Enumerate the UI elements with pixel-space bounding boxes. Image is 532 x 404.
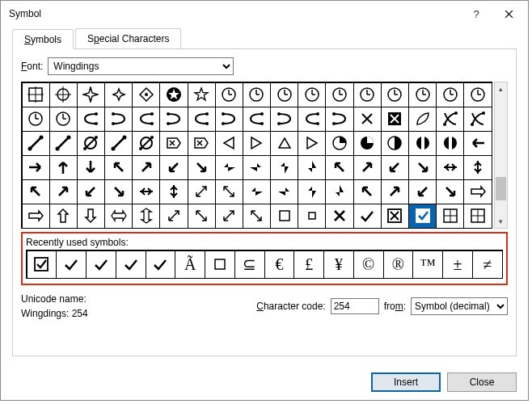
symbol-cell[interactable]	[159, 204, 188, 229]
symbol-cell[interactable]	[298, 82, 326, 107]
symbol-cell[interactable]	[381, 131, 409, 156]
char-code-input[interactable]	[331, 298, 379, 314]
symbol-cell[interactable]	[215, 204, 243, 229]
symbol-cell[interactable]	[104, 131, 133, 156]
recent-symbol-cell[interactable]: £	[293, 250, 324, 279]
symbol-cell[interactable]	[381, 204, 409, 229]
symbol-cell[interactable]	[188, 82, 216, 107]
symbol-cell[interactable]	[436, 204, 464, 229]
symbol-cell[interactable]	[243, 155, 271, 180]
recent-symbol-cell[interactable]: ⊆	[234, 250, 265, 279]
recent-symbol-cell[interactable]: ®	[383, 250, 414, 279]
symbol-cell[interactable]	[22, 107, 50, 132]
symbol-cell[interactable]	[188, 131, 216, 156]
symbol-cell[interactable]	[159, 131, 188, 156]
symbol-cell[interactable]	[215, 131, 243, 156]
symbol-cell[interactable]	[159, 107, 188, 132]
symbol-cell[interactable]	[463, 82, 492, 107]
symbol-cell[interactable]	[270, 107, 298, 132]
symbol-cell[interactable]	[215, 155, 243, 180]
symbol-cell[interactable]	[408, 82, 437, 107]
symbol-cell[interactable]	[188, 204, 216, 229]
symbol-cell[interactable]	[215, 179, 243, 204]
symbol-cell[interactable]	[270, 204, 298, 229]
recent-symbol-cell[interactable]: ≠	[472, 250, 503, 279]
symbol-cell[interactable]	[325, 107, 353, 132]
symbol-cell[interactable]	[436, 107, 464, 132]
symbol-cell[interactable]	[436, 155, 464, 180]
symbol-cell[interactable]	[159, 82, 188, 107]
symbol-cell[interactable]	[104, 82, 133, 107]
recent-symbol-cell[interactable]	[56, 250, 87, 279]
symbol-cell[interactable]	[381, 155, 409, 180]
recent-symbol-cell[interactable]: €	[264, 250, 295, 279]
recent-symbol-cell[interactable]	[86, 250, 116, 279]
symbol-cell[interactable]	[77, 179, 105, 204]
symbol-cell[interactable]	[353, 107, 382, 132]
symbol-cell[interactable]	[215, 82, 243, 107]
symbol-cell[interactable]	[22, 82, 50, 107]
symbol-cell[interactable]	[408, 204, 437, 229]
symbol-cell[interactable]	[49, 204, 78, 229]
symbol-cell[interactable]	[381, 179, 409, 204]
symbol-cell[interactable]	[132, 131, 160, 156]
symbol-cell[interactable]	[132, 155, 160, 180]
symbol-cell[interactable]	[77, 131, 105, 156]
recent-symbol-cell[interactable]	[205, 250, 235, 279]
symbol-cell[interactable]	[381, 107, 409, 132]
scroll-down-icon[interactable]: ▾	[495, 215, 507, 228]
symbol-cell[interactable]	[325, 131, 353, 156]
symbol-cell[interactable]	[298, 155, 326, 180]
symbol-cell[interactable]	[159, 155, 188, 180]
symbol-cell[interactable]	[49, 82, 78, 107]
symbol-cell[interactable]	[77, 204, 105, 229]
close-button[interactable]	[492, 2, 525, 25]
symbol-cell[interactable]	[325, 179, 353, 204]
symbol-cell[interactable]	[215, 107, 243, 132]
symbol-cell[interactable]	[49, 107, 78, 132]
symbol-cell[interactable]	[159, 179, 188, 204]
recent-symbol-cell[interactable]	[27, 250, 57, 279]
symbol-cell[interactable]	[22, 179, 50, 204]
insert-button[interactable]: Insert	[371, 372, 441, 392]
close-dialog-button[interactable]: Close	[447, 372, 517, 392]
symbol-cell[interactable]	[353, 155, 382, 180]
symbol-cell[interactable]	[132, 204, 160, 229]
recent-symbol-cell[interactable]: ™	[412, 250, 443, 279]
symbol-cell[interactable]	[325, 204, 353, 229]
symbol-cell[interactable]	[243, 82, 271, 107]
symbol-cell[interactable]	[408, 107, 437, 132]
symbol-cell[interactable]	[132, 107, 160, 132]
symbol-cell[interactable]	[298, 131, 326, 156]
symbol-cell[interactable]	[132, 82, 160, 107]
symbol-cell[interactable]	[463, 131, 492, 156]
recent-symbol-cell[interactable]: ±	[442, 250, 473, 279]
recent-symbol-cell[interactable]: Ã	[175, 250, 205, 279]
symbol-cell[interactable]	[436, 179, 464, 204]
symbol-cell[interactable]	[243, 204, 271, 229]
symbol-cell[interactable]	[22, 204, 50, 229]
symbol-cell[interactable]	[408, 179, 437, 204]
symbol-cell[interactable]	[188, 179, 216, 204]
symbol-cell[interactable]	[49, 131, 78, 156]
symbol-cell[interactable]	[408, 155, 437, 180]
symbol-cell[interactable]	[243, 131, 271, 156]
recent-symbol-cell[interactable]: ¥	[323, 250, 354, 279]
recent-symbol-cell[interactable]	[116, 250, 146, 279]
symbol-cell[interactable]	[243, 107, 271, 132]
symbol-cell[interactable]	[49, 155, 78, 180]
symbol-cell[interactable]	[353, 82, 382, 107]
symbol-cell[interactable]	[436, 82, 464, 107]
symbol-cell[interactable]	[270, 82, 298, 107]
symbol-cell[interactable]	[77, 107, 105, 132]
symbol-cell[interactable]	[325, 155, 353, 180]
symbol-cell[interactable]	[104, 107, 133, 132]
recent-symbol-cell[interactable]: ©	[353, 250, 384, 279]
symbol-cell[interactable]	[353, 204, 382, 229]
symbol-cell[interactable]	[298, 179, 326, 204]
symbol-cell[interactable]	[463, 155, 492, 180]
symbol-cell[interactable]	[408, 131, 437, 156]
symbol-cell[interactable]	[270, 131, 298, 156]
recent-symbol-cell[interactable]	[146, 250, 176, 279]
symbol-cell[interactable]	[298, 107, 326, 132]
